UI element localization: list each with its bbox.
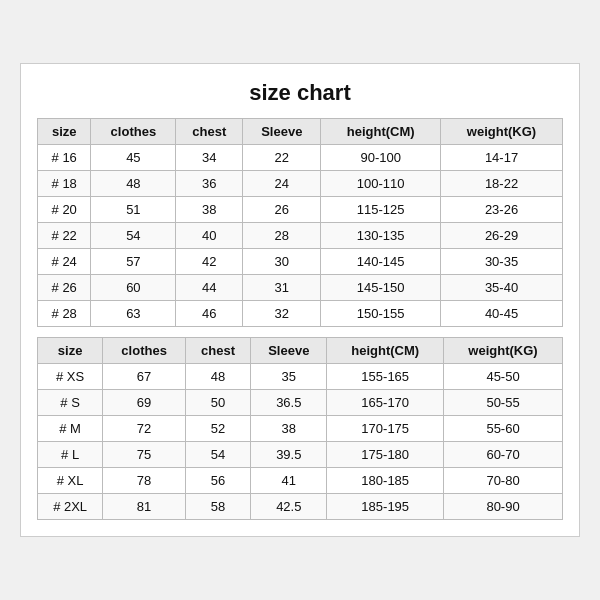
table-cell: 28: [243, 223, 321, 249]
table-cell: 40: [176, 223, 243, 249]
table-cell: # L: [38, 442, 103, 468]
table-cell: 48: [185, 364, 250, 390]
table-cell: 23-26: [441, 197, 563, 223]
table-cell: 60-70: [444, 442, 563, 468]
table-cell: 60: [91, 275, 176, 301]
table-cell: 34: [176, 145, 243, 171]
table-row: # XS674835155-16545-50: [38, 364, 563, 390]
table-row: # 2XL815842.5185-19580-90: [38, 494, 563, 520]
table-row: # 20513826115-12523-26: [38, 197, 563, 223]
table-cell: 69: [103, 390, 186, 416]
table-cell: 50: [185, 390, 250, 416]
table-cell: 18-22: [441, 171, 563, 197]
table-row: # 22544028130-13526-29: [38, 223, 563, 249]
col-header-chest: chest: [176, 119, 243, 145]
col-header-clothes: clothes: [103, 338, 186, 364]
table-cell: 48: [91, 171, 176, 197]
table-row: # XL785641180-18570-80: [38, 468, 563, 494]
table-cell: 35: [251, 364, 327, 390]
table-cell: 80-90: [444, 494, 563, 520]
table-row: # S695036.5165-17050-55: [38, 390, 563, 416]
table-cell: 50-55: [444, 390, 563, 416]
table-cell: 72: [103, 416, 186, 442]
table-cell: 39.5: [251, 442, 327, 468]
col-header-sleeve: Sleeve: [251, 338, 327, 364]
table-cell: 45-50: [444, 364, 563, 390]
table-cell: 54: [91, 223, 176, 249]
size-table-2: sizeclotheschestSleeveheight(CM)weight(K…: [37, 337, 563, 520]
table-cell: # 26: [38, 275, 91, 301]
table-cell: 115-125: [321, 197, 441, 223]
table-cell: 67: [103, 364, 186, 390]
col-header-sleeve: Sleeve: [243, 119, 321, 145]
table-cell: 175-180: [327, 442, 444, 468]
table-cell: 57: [91, 249, 176, 275]
chart-title: size chart: [37, 80, 563, 106]
table-cell: 32: [243, 301, 321, 327]
col-header-weight-kg-: weight(KG): [441, 119, 563, 145]
table-row: # L755439.5175-18060-70: [38, 442, 563, 468]
table-cell: 41: [251, 468, 327, 494]
table-cell: 75: [103, 442, 186, 468]
size-chart-card: size chart sizeclotheschestSleeveheight(…: [20, 63, 580, 537]
table-cell: # XS: [38, 364, 103, 390]
table-cell: 81: [103, 494, 186, 520]
table-cell: 42: [176, 249, 243, 275]
table-cell: 38: [251, 416, 327, 442]
table-cell: # 18: [38, 171, 91, 197]
table-cell: # 16: [38, 145, 91, 171]
table-row: # 1645342290-10014-17: [38, 145, 563, 171]
table-cell: 63: [91, 301, 176, 327]
table-cell: 26: [243, 197, 321, 223]
table-cell: 31: [243, 275, 321, 301]
table-cell: 78: [103, 468, 186, 494]
table-cell: 55-60: [444, 416, 563, 442]
table-cell: 70-80: [444, 468, 563, 494]
table-cell: 40-45: [441, 301, 563, 327]
table-cell: 26-29: [441, 223, 563, 249]
table-row: # 28634632150-15540-45: [38, 301, 563, 327]
table-cell: 30-35: [441, 249, 563, 275]
col-header-clothes: clothes: [91, 119, 176, 145]
col-header-height-cm-: height(CM): [321, 119, 441, 145]
col-header-weight-kg-: weight(KG): [444, 338, 563, 364]
table-cell: 155-165: [327, 364, 444, 390]
table-cell: 56: [185, 468, 250, 494]
table-cell: 90-100: [321, 145, 441, 171]
table-row: # 24574230140-14530-35: [38, 249, 563, 275]
table-cell: 30: [243, 249, 321, 275]
table-cell: 44: [176, 275, 243, 301]
table-cell: # 24: [38, 249, 91, 275]
table-cell: 36: [176, 171, 243, 197]
table-cell: 38: [176, 197, 243, 223]
table-cell: 180-185: [327, 468, 444, 494]
table-cell: 165-170: [327, 390, 444, 416]
table-row: # 18483624100-11018-22: [38, 171, 563, 197]
table-cell: 46: [176, 301, 243, 327]
col-header-size: size: [38, 338, 103, 364]
table-cell: # M: [38, 416, 103, 442]
table-cell: # XL: [38, 468, 103, 494]
table-cell: 140-145: [321, 249, 441, 275]
table-cell: 150-155: [321, 301, 441, 327]
col-header-chest: chest: [185, 338, 250, 364]
table-cell: 22: [243, 145, 321, 171]
table-cell: # 2XL: [38, 494, 103, 520]
table-cell: 58: [185, 494, 250, 520]
col-header-height-cm-: height(CM): [327, 338, 444, 364]
table-cell: 14-17: [441, 145, 563, 171]
table-cell: 45: [91, 145, 176, 171]
table-cell: 51: [91, 197, 176, 223]
table-cell: 35-40: [441, 275, 563, 301]
table-cell: 170-175: [327, 416, 444, 442]
col-header-size: size: [38, 119, 91, 145]
table-cell: # S: [38, 390, 103, 416]
table-cell: 145-150: [321, 275, 441, 301]
table-cell: # 28: [38, 301, 91, 327]
table-cell: # 20: [38, 197, 91, 223]
table-cell: 130-135: [321, 223, 441, 249]
table-cell: 42.5: [251, 494, 327, 520]
table-row: # 26604431145-15035-40: [38, 275, 563, 301]
table-cell: 185-195: [327, 494, 444, 520]
table-row: # M725238170-17555-60: [38, 416, 563, 442]
